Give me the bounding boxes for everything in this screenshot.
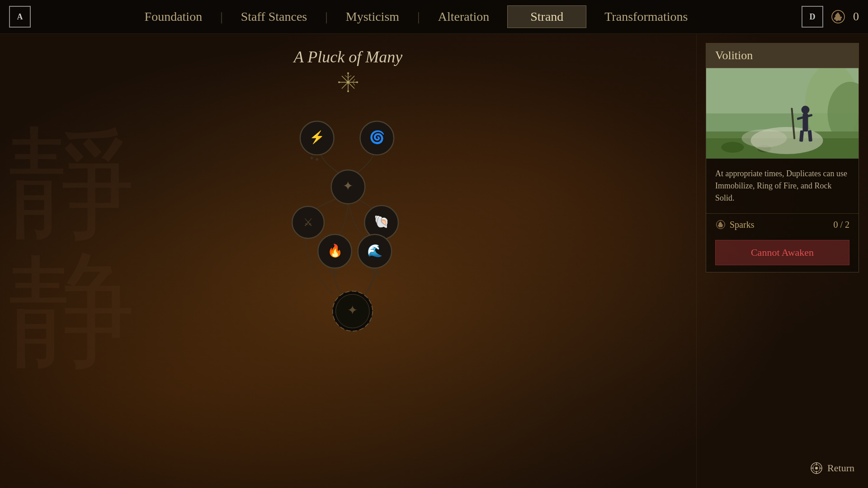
skill-tree-title: A Pluck of Many	[294, 47, 402, 66]
svg-point-16	[316, 158, 318, 161]
svg-text:⚡: ⚡	[309, 130, 325, 145]
svg-point-25	[371, 270, 374, 272]
tab-transformations[interactable]: Transformations	[586, 9, 706, 24]
svg-point-26	[377, 271, 379, 274]
skill-tree-area: A Pluck of Many	[0, 34, 696, 488]
tab-strand[interactable]: Strand	[507, 5, 586, 28]
sparks-value: 0 / 2	[833, 220, 849, 230]
return-button[interactable]: Return	[810, 462, 854, 474]
svg-point-23	[335, 271, 337, 274]
svg-text:⚔: ⚔	[303, 216, 313, 228]
svg-point-35	[722, 142, 744, 153]
svg-line-11	[348, 75, 351, 78]
svg-line-12	[353, 79, 355, 82]
svg-point-7	[338, 81, 340, 83]
svg-text:✦: ✦	[343, 179, 354, 193]
tab-mysticism[interactable]: Mysticism	[328, 9, 417, 24]
sparks-icon	[715, 219, 726, 230]
svg-text:✦: ✦	[347, 303, 358, 317]
skill-description: At appropriate times, Duplicates can use…	[706, 159, 859, 213]
nav-bar: A Foundation | Staff Stances | Mysticism…	[0, 0, 868, 34]
svg-point-40	[802, 106, 810, 114]
skill-info-panel: Volition	[706, 43, 859, 272]
sparks-text: Sparks	[730, 220, 754, 230]
sparks-label: Sparks	[715, 219, 754, 230]
spark-count: 0	[853, 10, 859, 23]
main-content: A Pluck of Many	[0, 34, 868, 488]
tree-top-icon	[337, 71, 359, 94]
spark-icon	[830, 9, 846, 25]
tab-foundation[interactable]: Foundation	[127, 9, 221, 24]
tab-alteration[interactable]: Alteration	[420, 9, 508, 24]
svg-text:🌀: 🌀	[369, 130, 385, 145]
svg-point-38	[742, 129, 787, 147]
svg-text:🐚: 🐚	[374, 214, 390, 229]
svg-point-48	[815, 467, 818, 469]
svg-line-10	[345, 75, 348, 78]
svg-point-22	[329, 270, 332, 272]
cannot-awaken-button[interactable]: Cannot Awaken	[715, 240, 849, 265]
nav-button-a[interactable]: A	[9, 6, 31, 28]
svg-point-8	[356, 81, 358, 83]
svg-point-5	[347, 72, 349, 74]
skill-preview-image	[706, 68, 859, 159]
skill-tree-svg: ⚡ 🌀 ✦ ⚔ 🐚 🔥 🌊	[258, 103, 439, 351]
right-panel: Volition	[696, 34, 868, 488]
nav-button-d[interactable]: D	[802, 6, 823, 28]
svg-text:🔥: 🔥	[327, 243, 343, 258]
return-label: Return	[827, 462, 854, 474]
sparks-cost: Sparks 0 / 2	[706, 213, 859, 235]
nav-right: D 0	[802, 6, 859, 28]
svg-text:🌊: 🌊	[367, 243, 383, 258]
svg-point-9	[347, 81, 349, 84]
svg-line-13	[353, 82, 355, 85]
svg-point-6	[347, 90, 349, 92]
svg-point-15	[311, 157, 313, 160]
skill-title: Volition	[706, 43, 859, 68]
return-icon	[810, 462, 823, 474]
nav-tabs: Foundation | Staff Stances | Mysticism |…	[31, 5, 802, 28]
tab-staff-stances[interactable]: Staff Stances	[223, 9, 325, 24]
